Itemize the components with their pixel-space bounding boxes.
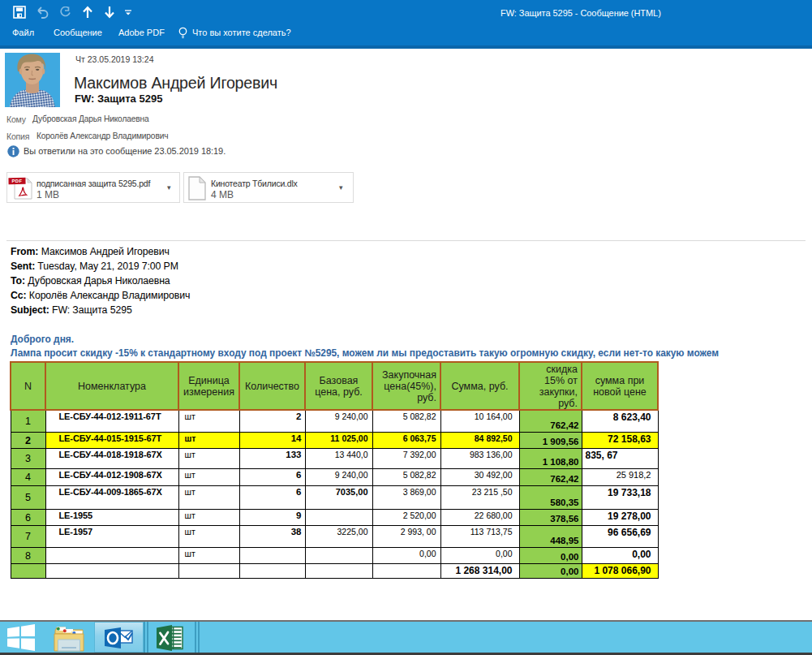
svg-text:PDF: PDF bbox=[11, 179, 22, 183]
